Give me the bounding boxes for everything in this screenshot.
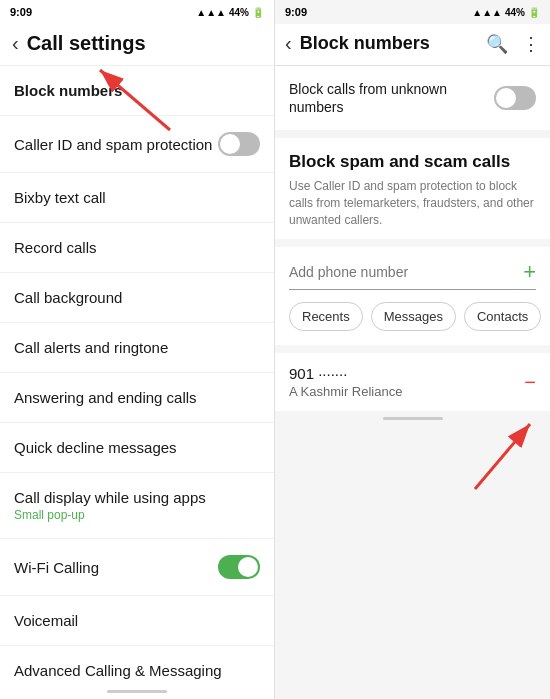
blocked-number-value: 901 ·······: [289, 365, 536, 382]
menu-item-record-calls[interactable]: Record calls: [0, 223, 274, 273]
left-status-icons: ▲▲▲ 44% 🔋: [196, 7, 264, 18]
advanced-calling-label: Advanced Calling & Messaging: [14, 662, 222, 679]
filter-contacts-button[interactable]: Contacts: [464, 302, 541, 331]
filter-messages-button[interactable]: Messages: [371, 302, 456, 331]
voicemail-label: Voicemail: [14, 612, 78, 629]
block-spam-section: Block spam and scam calls Use Caller ID …: [275, 138, 550, 238]
blocked-entry-row: 901 ······· A Kashmir Reliance −: [275, 353, 550, 411]
menu-item-quick-decline[interactable]: Quick decline messages: [0, 423, 274, 473]
left-scroll-indicator: [107, 690, 167, 693]
left-header: ‹ Call settings: [0, 24, 274, 66]
more-options-icon[interactable]: ⋮: [522, 33, 540, 55]
left-menu-list: Block numbers Caller ID and spam protect…: [0, 66, 274, 684]
menu-item-caller-id[interactable]: Caller ID and spam protection: [0, 116, 274, 173]
record-calls-label: Record calls: [14, 239, 97, 256]
menu-item-call-background[interactable]: Call background: [0, 273, 274, 323]
menu-item-block-numbers[interactable]: Block numbers: [0, 66, 274, 116]
call-alerts-label: Call alerts and ringtone: [14, 339, 168, 356]
menu-item-bixby[interactable]: Bixby text call: [0, 173, 274, 223]
add-phone-input[interactable]: [289, 264, 523, 280]
left-panel: 9:09 ▲▲▲ 44% 🔋 ‹ Call settings Block num…: [0, 0, 275, 699]
add-phone-section: + Recents Messages Contacts: [275, 247, 550, 345]
block-numbers-label: Block numbers: [14, 82, 122, 99]
right-battery-icon: 🔋: [528, 7, 540, 18]
filter-buttons: Recents Messages Contacts: [289, 302, 536, 331]
caller-id-toggle[interactable]: [218, 132, 260, 156]
header-icons: 🔍 ⋮: [486, 33, 540, 55]
search-icon[interactable]: 🔍: [486, 33, 508, 55]
menu-item-wifi-calling[interactable]: Wi-Fi Calling: [0, 539, 274, 596]
right-scroll-indicator: [383, 417, 443, 420]
wifi-calling-toggle[interactable]: [218, 555, 260, 579]
menu-item-voicemail[interactable]: Voicemail: [0, 596, 274, 646]
arrow-annotation-right: [455, 409, 545, 499]
svg-line-3: [475, 424, 530, 489]
right-panel: 9:09 ▲▲▲ 44% 🔋 ‹ Block numbers 🔍 ⋮ Block…: [275, 0, 550, 699]
quick-decline-label: Quick decline messages: [14, 439, 177, 456]
call-display-subtext: Small pop-up: [14, 508, 206, 522]
filter-recents-button[interactable]: Recents: [289, 302, 363, 331]
battery-icon: 🔋: [252, 7, 264, 18]
bixby-label: Bixby text call: [14, 189, 106, 206]
block-spam-description: Use Caller ID and spam protection to blo…: [289, 178, 536, 228]
menu-item-answering-ending[interactable]: Answering and ending calls: [0, 373, 274, 423]
right-time: 9:09: [285, 6, 307, 18]
right-back-button[interactable]: ‹: [285, 32, 292, 55]
block-unknown-label: Block calls from unknown numbers: [289, 80, 494, 116]
answering-ending-label: Answering and ending calls: [14, 389, 197, 406]
left-header-title: Call settings: [27, 32, 146, 55]
left-status-bar: 9:09 ▲▲▲ 44% 🔋: [0, 0, 274, 24]
right-status-icons: ▲▲▲ 44% 🔋: [472, 7, 540, 18]
menu-item-advanced-calling[interactable]: Advanced Calling & Messaging: [0, 646, 274, 684]
call-background-label: Call background: [14, 289, 122, 306]
right-header-title: Block numbers: [300, 33, 478, 54]
signal-icon: ▲▲▲: [196, 7, 226, 18]
wifi-calling-label: Wi-Fi Calling: [14, 559, 99, 576]
right-status-bar: 9:09 ▲▲▲ 44% 🔋: [275, 0, 550, 24]
block-unknown-toggle[interactable]: [494, 86, 536, 110]
remove-blocked-number-button[interactable]: −: [524, 370, 536, 393]
call-display-label: Call display while using apps Small pop-…: [14, 489, 206, 522]
caller-id-label: Caller ID and spam protection: [14, 136, 212, 153]
left-time: 9:09: [10, 6, 32, 18]
add-phone-button[interactable]: +: [523, 259, 536, 285]
wifi-icon: 44%: [229, 7, 249, 18]
right-signal-icon: ▲▲▲: [472, 7, 502, 18]
menu-item-call-display[interactable]: Call display while using apps Small pop-…: [0, 473, 274, 539]
left-back-button[interactable]: ‹: [12, 32, 19, 55]
add-phone-input-row: +: [289, 259, 536, 290]
block-spam-title: Block spam and scam calls: [289, 152, 536, 172]
block-unknown-section: Block calls from unknown numbers: [275, 66, 550, 130]
blocked-number-name: A Kashmir Reliance: [289, 384, 536, 399]
right-wifi-icon: 44%: [505, 7, 525, 18]
right-header: ‹ Block numbers 🔍 ⋮: [275, 24, 550, 66]
menu-item-call-alerts[interactable]: Call alerts and ringtone: [0, 323, 274, 373]
